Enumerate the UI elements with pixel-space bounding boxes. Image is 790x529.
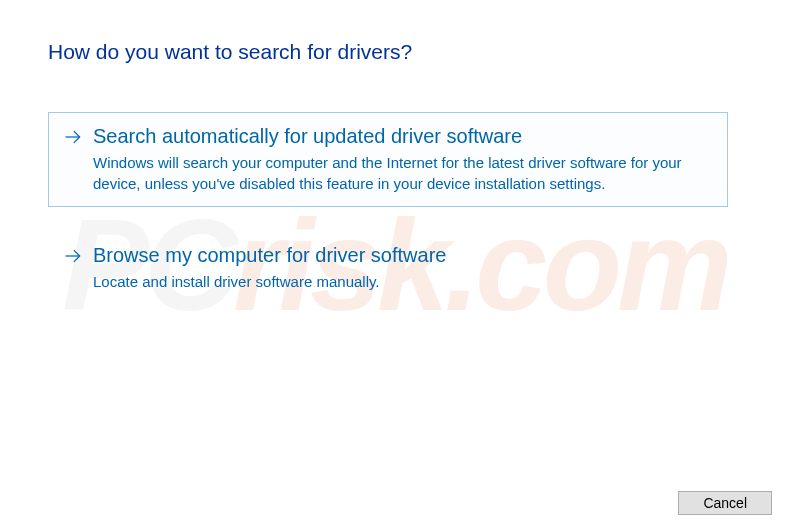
dialog-footer: Cancel [678,491,772,515]
option-search-automatic[interactable]: Search automatically for updated driver … [48,112,728,207]
arrow-right-icon [63,127,85,149]
option-browse-computer[interactable]: Browse my computer for driver software L… [48,231,728,305]
option-body: Browse my computer for driver software L… [93,244,713,292]
page-title: How do you want to search for drivers? [48,40,742,64]
option-title: Search automatically for updated driver … [93,125,713,148]
dialog-content: How do you want to search for drivers? S… [0,0,790,305]
arrow-right-icon [63,246,85,268]
cancel-button[interactable]: Cancel [678,491,772,515]
option-description: Windows will search your computer and th… [93,152,713,194]
option-title: Browse my computer for driver software [93,244,713,267]
option-body: Search automatically for updated driver … [93,125,713,194]
option-description: Locate and install driver software manua… [93,271,713,292]
